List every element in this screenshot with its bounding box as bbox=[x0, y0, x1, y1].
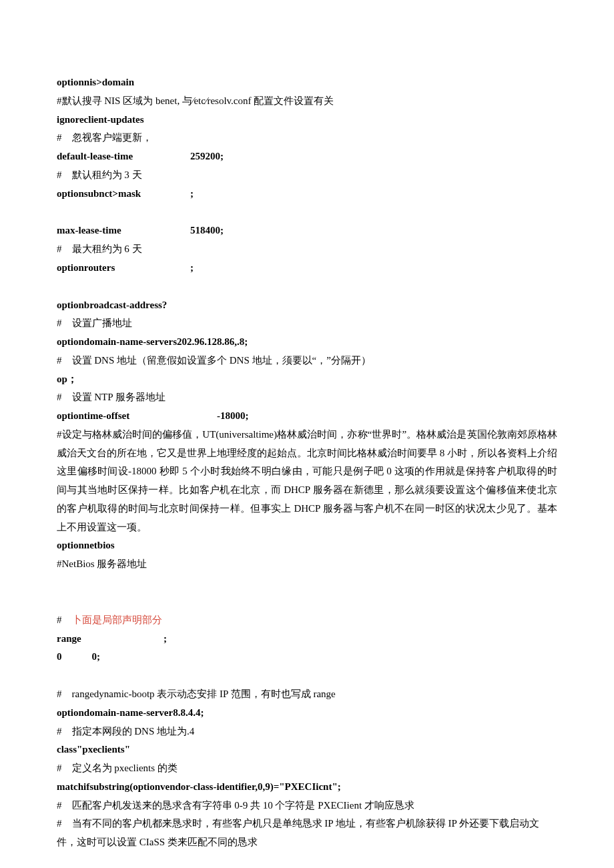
section-title-red: 卜面是局部声明部分 bbox=[72, 614, 162, 625]
config-value: 259200; bbox=[190, 147, 224, 166]
config-value: ; bbox=[190, 259, 194, 278]
config-line: ignoreclient-updates bbox=[57, 111, 557, 129]
comment-line: # rangedynamic-bootp 表示动态安排 IP 范围，有时也写成 … bbox=[57, 685, 557, 704]
config-pair: max-lease-time 518400; bbox=[57, 222, 557, 240]
comment-line: # 匹配客户机发送来的恳求含有字符串 0-9 共 10 个字符是 PXECIie… bbox=[57, 797, 557, 815]
config-key: default-lease-time bbox=[57, 147, 190, 166]
spacer bbox=[57, 203, 557, 222]
spacer bbox=[57, 574, 557, 611]
config-pair: range ; bbox=[57, 630, 557, 648]
comment-line: # 定义名为 pxeclients 的类 bbox=[57, 759, 557, 778]
config-line: op； bbox=[57, 370, 557, 389]
paragraph: #设定与格林威治时间的偏移值，UT(universaltime)格林威治时间，亦… bbox=[57, 426, 557, 537]
comment-line: # 最大租约为 6 天 bbox=[57, 240, 557, 259]
config-line: optionbroadcast-address? bbox=[57, 296, 557, 315]
comment-line: #NetBios 服务器地址 bbox=[57, 555, 557, 574]
comment-line: #默认搜寻 NIS 区域为 benet, 与⁄etc⁄resolv.conf 配… bbox=[57, 92, 557, 111]
section-header: # 卜面是局部声明部分 bbox=[57, 611, 557, 630]
config-pair: optiontime-offset -18000; bbox=[57, 407, 557, 426]
comment-line: # 默认租约为 3 天 bbox=[57, 166, 557, 185]
config-line: optionnis>domain bbox=[57, 73, 557, 92]
hash-prefix: # bbox=[57, 614, 72, 625]
config-line: class"pxeclients" bbox=[57, 741, 557, 759]
comment-line: # 设置 DNS 地址（留意假如设置多个 DNS 地址，须要以“，”分隔开） bbox=[57, 352, 557, 370]
comment-line: # 指定本网段的 DNS 地址为.4 bbox=[57, 723, 557, 741]
spacer bbox=[57, 278, 557, 296]
config-value: ; bbox=[164, 630, 167, 648]
spacer bbox=[57, 667, 557, 685]
comment-line: # 设置广播地址 bbox=[57, 314, 557, 333]
config-line: 0 0; bbox=[57, 648, 557, 667]
config-key: optionsubnct>mask bbox=[57, 185, 190, 203]
config-value: -18000; bbox=[217, 407, 249, 426]
config-line: optiondomain-name-servers202.96.128.86,.… bbox=[57, 333, 557, 352]
config-key: optionrouters bbox=[57, 259, 190, 278]
config-pair: optionrouters ; bbox=[57, 259, 557, 278]
comment-line: # 当有不同的客户机都来恳求时，有些客户机只是单纯恳求 IP 地址，有些客户机除… bbox=[57, 815, 557, 852]
comment-line: # 设置 NTP 服务器地址 bbox=[57, 388, 557, 407]
config-key: range bbox=[57, 630, 164, 648]
document-page: optionnis>domain #默认搜寻 NIS 区域为 benet, 与⁄… bbox=[0, 0, 614, 868]
config-key: optiontime-offset bbox=[57, 407, 217, 426]
config-line: matchifsubstring(optionvendor-class-iden… bbox=[57, 778, 557, 797]
config-line: optiondomain-name-server8.8.4.4; bbox=[57, 704, 557, 723]
config-pair: optionsubnct>mask ; bbox=[57, 185, 557, 203]
config-value: 518400; bbox=[190, 222, 224, 240]
config-pair: default-lease-time 259200; bbox=[57, 147, 557, 166]
config-line: optionnetbios bbox=[57, 536, 557, 555]
config-key: max-lease-time bbox=[57, 222, 190, 240]
comment-line: # 忽视客户端更新， bbox=[57, 129, 557, 147]
config-value: ; bbox=[190, 185, 194, 203]
